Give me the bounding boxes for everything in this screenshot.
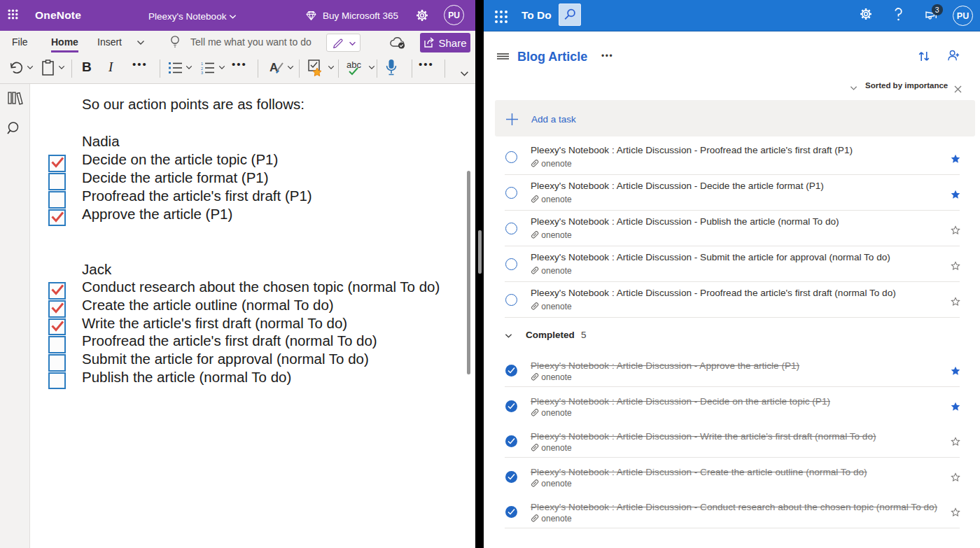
svg-text:3: 3	[201, 71, 203, 74]
svg-text:abc: abc	[346, 59, 361, 70]
svg-text:2: 2	[201, 66, 203, 71]
svg-text:1: 1	[201, 62, 203, 66]
